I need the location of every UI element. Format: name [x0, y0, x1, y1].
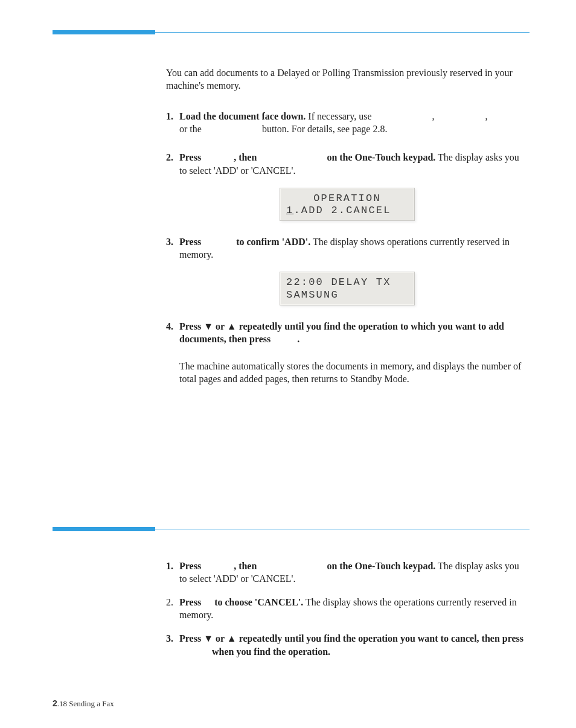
c2-num: 2. [166, 596, 179, 608]
step-1-line2a: or the [179, 124, 204, 134]
lcd-1-line-2-rest: .ADD 2.CANCEL [293, 205, 391, 216]
lcd-display-2: 22:00 DELAY TX SAMSUNG [280, 272, 415, 305]
step-4-a: Press [179, 321, 203, 331]
c1-b: , then [234, 561, 259, 571]
c2-b: to choose 'CANCEL'. [212, 597, 303, 607]
step-1-comma-2: , [485, 111, 487, 121]
step-3-a: Press [179, 237, 203, 247]
up-arrow-icon-2: ▲ [227, 633, 237, 643]
step-1: 1.Load the document face down. If necess… [166, 110, 528, 135]
step-1-text-a: If necessary, use [306, 111, 374, 121]
lcd-1-line-1: OPERATION [286, 193, 408, 205]
step-4-dot: . [297, 334, 299, 344]
c3-or: or [213, 633, 227, 643]
lcd-display-1: OPERATION 1.ADD 2.CANCEL [280, 188, 415, 221]
c3-num: 3. [166, 633, 173, 643]
step-3: 3.Press to confirm 'ADD'. The display sh… [166, 235, 528, 261]
c3-c: when you find the operation. [210, 647, 330, 657]
c3-b: repeatedly until you find the operation … [237, 633, 523, 643]
section-cancel: 1.Press , then on the One-Touch keypad. … [166, 560, 528, 658]
lcd-1-line-2-underline: 1 [286, 205, 293, 216]
section-rule [53, 527, 530, 532]
step-3-num: 3. [166, 237, 173, 247]
step-2-b: , then [234, 152, 259, 162]
intro-text: You can add documents to a Delayed or Po… [166, 66, 528, 92]
step-2: 2.Press , then on the One-Touch keypad. … [166, 151, 528, 176]
step-1-comma-1: , [432, 111, 437, 121]
c3-a: Press [179, 633, 203, 643]
lcd-2-line-2: SAMSUNG [286, 289, 408, 302]
step-1-num: 1. [166, 111, 173, 121]
up-arrow-icon: ▲ [227, 321, 237, 331]
step-4: 4.Press ▼ or ▲ repeatedly until you find… [166, 320, 528, 345]
step-1-line2b: button. For details, see page 2.8. [260, 124, 388, 134]
down-arrow-icon: ▼ [203, 321, 213, 331]
cancel-step-1: 1.Press , then on the One-Touch keypad. … [166, 560, 528, 585]
step-2-a: Press [179, 152, 203, 162]
page-footer: 2.18 Sending a Fax [53, 698, 114, 709]
c1-c: on the One-Touch keypad. [324, 561, 435, 571]
down-arrow-icon-2: ▼ [203, 633, 213, 643]
step-4-or: or [213, 321, 227, 331]
c2-a: Press [179, 597, 203, 607]
step-3-b: to confirm 'ADD'. [234, 237, 310, 247]
step-4-num: 4. [166, 321, 173, 331]
lcd-2-line-1: 22:00 DELAY TX [286, 276, 408, 289]
step-1-bold: Load the document face down. [179, 111, 306, 121]
step-2-c: on the One-Touch keypad. [324, 152, 435, 162]
c1-a: Press [179, 561, 203, 571]
page-footer-text: .18 Sending a Fax [57, 699, 114, 708]
c1-num: 1. [166, 561, 173, 571]
top-rule [53, 30, 530, 36]
section-add-documents: You can add documents to a Delayed or Po… [166, 66, 528, 394]
step-4-note: The machine automatically stores the doc… [166, 360, 528, 385]
step-2-num: 2. [166, 152, 173, 162]
page-number-chapter: 2 [53, 698, 57, 708]
cancel-step-2: 2.Press to choose 'CANCEL'. The display … [166, 596, 528, 621]
cancel-step-3: 3.Press ▼ or ▲ repeatedly until you find… [166, 632, 528, 657]
